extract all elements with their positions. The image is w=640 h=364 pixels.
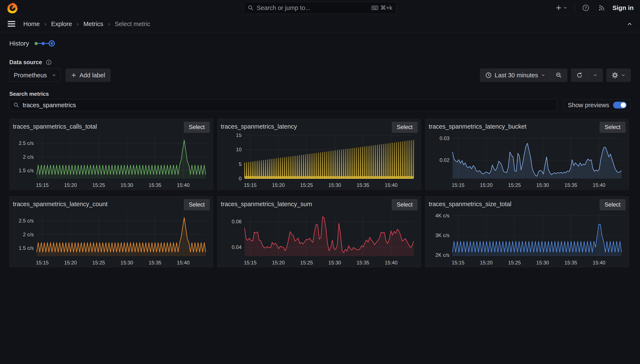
history-connector bbox=[38, 43, 42, 44]
x-tick-label: 15:30 bbox=[120, 182, 133, 188]
settings-button[interactable] bbox=[606, 69, 631, 82]
y-tick-label: 2K c/s bbox=[435, 252, 450, 258]
help-icon: ? bbox=[582, 4, 590, 12]
breadcrumb-select-metric: Select metric bbox=[115, 20, 150, 28]
x-tick-label: 15:25 bbox=[508, 182, 521, 188]
x-tick-label: 15:15 bbox=[452, 260, 464, 266]
x-tick-label: 15:20 bbox=[272, 260, 285, 266]
x-tick-label: 15:40 bbox=[593, 260, 606, 266]
time-controls: Last 30 minutes bbox=[480, 69, 631, 82]
x-tick-label: 15:40 bbox=[385, 182, 398, 188]
global-search-input[interactable]: Search or jump to... ⌘+k bbox=[244, 2, 396, 14]
breadcrumb-separator: › bbox=[77, 20, 79, 28]
select-metric-button[interactable]: Select bbox=[600, 122, 626, 133]
y-tick-label: 2.5 c/s bbox=[19, 140, 34, 146]
mega-menu-button[interactable] bbox=[7, 20, 16, 28]
panel-header: traces_spanmetrics_latency_sum Select bbox=[221, 199, 418, 210]
y-tick-label: 15 bbox=[236, 134, 242, 138]
metric-preview-chart[interactable]: 15:1515:2015:2515:3015:3515:402K c/s3K c… bbox=[429, 211, 626, 266]
x-tick-label: 15:20 bbox=[64, 182, 77, 188]
chevron-down-icon bbox=[563, 6, 567, 10]
x-tick-label: 15:35 bbox=[149, 260, 162, 266]
sign-in-button[interactable]: Sign in bbox=[612, 4, 634, 12]
x-tick-label: 15:30 bbox=[536, 182, 549, 188]
x-tick-label: 15:15 bbox=[36, 182, 49, 188]
series-area bbox=[37, 218, 206, 256]
metric-panel-calls-total: traces_spanmetrics_calls_total Select 15… bbox=[9, 119, 213, 190]
breadcrumb-metrics[interactable]: Metrics bbox=[84, 20, 103, 28]
history-node-start[interactable] bbox=[34, 42, 38, 45]
metric-preview-chart[interactable]: 15:1515:2015:2515:3015:3515:401.5 c/s2 c… bbox=[13, 211, 210, 266]
select-metric-button[interactable]: Select bbox=[392, 199, 418, 210]
panel-title: traces_spanmetrics_latency bbox=[221, 122, 297, 130]
datasource-label: Data source bbox=[9, 59, 42, 66]
show-previews-control: Show previews bbox=[564, 99, 631, 111]
metric-panel-latency-sum: traces_spanmetrics_latency_sum Select 15… bbox=[217, 196, 421, 268]
select-metric-button[interactable]: Select bbox=[184, 122, 210, 133]
metric-search-input[interactable]: traces_spanmetrics bbox=[9, 99, 557, 111]
breadcrumb: Home › Explore › Metrics › Select metric bbox=[23, 20, 150, 28]
x-tick-label: 15:30 bbox=[328, 182, 341, 188]
collapse-controls-button[interactable] bbox=[626, 21, 633, 27]
breadcrumb-home[interactable]: Home bbox=[23, 20, 40, 28]
select-metric-button[interactable]: Select bbox=[184, 199, 210, 210]
x-tick-label: 15:15 bbox=[452, 182, 464, 188]
select-metric-button[interactable]: Select bbox=[600, 199, 626, 210]
panel-title: traces_spanmetrics_size_total bbox=[429, 199, 511, 208]
x-tick-label: 15:25 bbox=[92, 182, 105, 188]
top-nav-bar: Search or jump to... ⌘+k ? bbox=[0, 0, 640, 16]
add-label-button[interactable]: Add label bbox=[66, 69, 110, 82]
breadcrumb-bar: Home › Explore › Metrics › Select metric bbox=[0, 16, 640, 32]
show-previews-toggle[interactable] bbox=[613, 102, 627, 108]
clock-icon bbox=[485, 72, 492, 78]
add-label-text: Add label bbox=[80, 72, 105, 79]
info-icon[interactable] bbox=[46, 59, 52, 66]
metric-preview-chart[interactable]: 15:1515:2015:2515:3015:3515:400.040.06 bbox=[221, 211, 418, 266]
toggle-knob bbox=[621, 102, 626, 108]
x-tick-label: 15:35 bbox=[564, 182, 577, 188]
y-tick-label: 0.04 bbox=[232, 244, 242, 250]
x-tick-label: 15:35 bbox=[357, 260, 370, 266]
select-metric-button[interactable]: Select bbox=[392, 122, 418, 133]
metric-previews-grid: traces_spanmetrics_calls_total Select 15… bbox=[9, 119, 631, 268]
panel-title: traces_spanmetrics_calls_total bbox=[13, 122, 97, 130]
history-node-current[interactable] bbox=[48, 40, 55, 46]
grafana-flame-icon bbox=[6, 2, 19, 14]
datasource-label-row: Data source bbox=[9, 59, 631, 66]
metric-preview-chart[interactable]: 15:1515:2015:2515:3015:3515:401.5 c/s2 c… bbox=[13, 134, 210, 188]
topbar-divider bbox=[574, 3, 575, 12]
controls-row: Prometheus Add label Last 30 bbox=[9, 69, 631, 82]
help-button[interactable]: ? bbox=[581, 3, 591, 13]
search-shortcut: ⌘+k bbox=[372, 4, 392, 11]
refresh-icon bbox=[576, 72, 583, 78]
x-tick-label: 15:15 bbox=[244, 182, 257, 188]
explore-metrics-content: History Data source Prometheus bbox=[0, 40, 640, 268]
panel-header: traces_spanmetrics_latency_bucket Select bbox=[429, 122, 626, 133]
history-node-step[interactable] bbox=[42, 42, 45, 45]
y-tick-label: 3K c/s bbox=[435, 232, 450, 238]
global-search-placeholder: Search or jump to... bbox=[257, 4, 368, 12]
breadcrumb-explore[interactable]: Explore bbox=[51, 20, 72, 28]
y-tick-label: 0 bbox=[239, 176, 242, 181]
y-tick-label: 2 c/s bbox=[23, 232, 34, 237]
chevron-down-icon bbox=[621, 73, 626, 77]
metric-preview-chart[interactable]: 15:1515:2015:2515:3015:3515:40051015 bbox=[221, 134, 418, 188]
refresh-interval-button[interactable] bbox=[588, 69, 603, 82]
x-tick-label: 15:15 bbox=[36, 260, 49, 266]
keyboard-icon bbox=[372, 5, 378, 10]
history-timeline[interactable] bbox=[34, 40, 55, 46]
y-tick-label: 0.03 bbox=[440, 136, 450, 141]
news-button[interactable] bbox=[597, 3, 606, 13]
time-range-picker-button[interactable]: Last 30 minutes bbox=[480, 69, 550, 82]
refresh-button[interactable] bbox=[571, 69, 588, 82]
datasource-picker[interactable]: Prometheus bbox=[9, 69, 60, 82]
history-node-current-core bbox=[50, 42, 53, 45]
refresh-group bbox=[571, 69, 603, 82]
gear-icon bbox=[612, 72, 618, 78]
new-dropdown-button[interactable] bbox=[554, 4, 568, 12]
metric-preview-chart[interactable]: 15:1515:2015:2515:3015:3515:400.020.03 bbox=[429, 134, 626, 188]
zoom-out-time-button[interactable] bbox=[550, 69, 567, 82]
grafana-logo[interactable] bbox=[6, 2, 19, 14]
breadcrumb-separator: › bbox=[44, 20, 46, 28]
search-row: traces_spanmetrics Show previews bbox=[9, 99, 631, 111]
